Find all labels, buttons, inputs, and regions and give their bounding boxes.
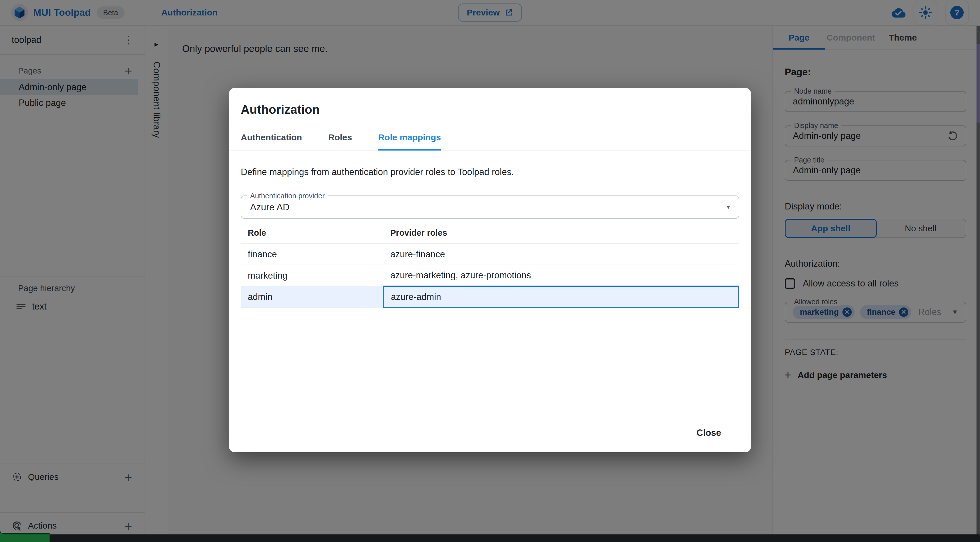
role-cell[interactable]: marketing <box>241 265 383 286</box>
column-header-provider-roles: Provider roles <box>383 222 739 244</box>
close-button[interactable]: Close <box>691 424 726 442</box>
column-header-role: Role <box>241 222 383 244</box>
role-mappings-table: Role Provider roles finance azure-financ… <box>241 222 739 308</box>
provider-roles-cell[interactable]: azure-marketing, azure-promotions <box>383 265 739 286</box>
dialog-tabs: Authentication Roles Role mappings <box>241 132 751 150</box>
tab-roles[interactable]: Roles <box>328 132 352 150</box>
desktop-wallpaper-accent <box>0 533 49 542</box>
table-row[interactable]: finance azure-finance <box>241 244 739 265</box>
app-window: MUI Toolpad Beta Authorization Preview <box>0 0 980 534</box>
authentication-provider-value: Azure AD <box>250 202 727 213</box>
table-header-row: Role Provider roles <box>241 222 739 244</box>
provider-roles-cell[interactable]: azure-finance <box>383 244 739 265</box>
table-row[interactable]: marketing azure-marketing, azure-promoti… <box>241 265 739 286</box>
dialog-title: Authorization <box>229 88 751 117</box>
tab-role-mappings[interactable]: Role mappings <box>379 132 441 150</box>
provider-roles-cell-editing[interactable]: azure-admin <box>383 286 739 308</box>
role-cell[interactable]: admin <box>241 286 383 308</box>
authentication-provider-label: Authentication provider <box>247 192 328 200</box>
authentication-provider-select[interactable]: Authentication provider Azure AD ▾ <box>241 195 739 219</box>
chevron-down-icon: ▾ <box>727 203 730 211</box>
role-cell[interactable]: finance <box>241 244 383 265</box>
authorization-dialog: Authorization Authentication Roles Role … <box>229 88 751 452</box>
table-row[interactable]: admin azure-admin <box>241 286 739 308</box>
dialog-description: Define mappings from authentication prov… <box>241 167 739 177</box>
tab-authentication[interactable]: Authentication <box>241 132 302 150</box>
